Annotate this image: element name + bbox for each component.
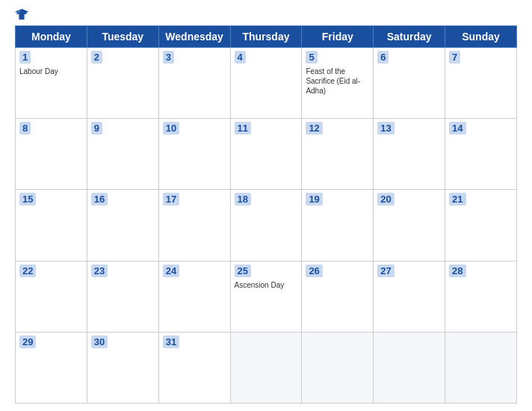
logo-blue-text <box>15 7 30 21</box>
weekday-header-saturday: Saturday <box>374 26 445 48</box>
table-row: 22 <box>16 261 87 332</box>
table-row: 8 <box>16 119 87 190</box>
calendar-week-4: 22232425Ascension Day262728 <box>16 261 517 332</box>
weekday-header-tuesday: Tuesday <box>87 26 158 48</box>
day-number: 26 <box>306 265 322 277</box>
table-row: 27 <box>374 261 445 332</box>
day-number: 25 <box>235 265 251 277</box>
table-row: 25Ascension Day <box>230 261 302 332</box>
table-row: 21 <box>445 190 517 261</box>
table-row: 20 <box>374 190 445 261</box>
table-row <box>445 332 517 403</box>
day-number: 3 <box>163 51 174 64</box>
table-row: 3 <box>158 48 230 119</box>
table-row <box>230 332 302 403</box>
logo <box>15 7 30 21</box>
weekday-header-sunday: Sunday <box>445 26 517 48</box>
day-number: 8 <box>19 122 31 135</box>
table-row: 19 <box>302 190 374 261</box>
table-row: 11 <box>230 119 302 190</box>
calendar-table: MondayTuesdayWednesdayThursdayFridaySatu… <box>15 25 517 404</box>
weekday-header-thursday: Thursday <box>230 26 302 48</box>
day-number: 16 <box>91 193 108 206</box>
table-row: 18 <box>230 190 302 261</box>
page-header <box>15 7 517 21</box>
day-number: 23 <box>91 265 108 277</box>
day-number: 27 <box>377 265 394 277</box>
day-number: 7 <box>449 51 460 64</box>
day-number: 14 <box>449 122 466 135</box>
day-number: 10 <box>163 122 179 135</box>
day-number: 31 <box>163 336 179 348</box>
day-number: 20 <box>377 193 394 206</box>
table-row <box>302 332 374 403</box>
day-number: 17 <box>163 193 179 206</box>
table-row: 31 <box>158 332 230 403</box>
day-number: 18 <box>235 193 251 206</box>
day-number: 6 <box>377 51 389 64</box>
day-number: 30 <box>91 336 108 348</box>
holiday-text: Feast of the Sacrifice (Eid al-Adha) <box>306 67 369 96</box>
table-row: 1Labour Day <box>16 48 87 119</box>
weekday-header-wednesday: Wednesday <box>158 26 230 48</box>
table-row: 7 <box>445 48 517 119</box>
table-row: 28 <box>445 261 517 332</box>
day-number: 29 <box>19 336 36 348</box>
weekday-header-friday: Friday <box>302 26 374 48</box>
day-number: 13 <box>377 122 394 135</box>
day-number: 15 <box>19 193 36 206</box>
day-number: 9 <box>91 122 102 135</box>
table-row: 12 <box>302 119 374 190</box>
day-number: 12 <box>306 122 322 135</box>
day-number: 19 <box>306 193 322 206</box>
table-row: 17 <box>158 190 230 261</box>
calendar-week-2: 891011121314 <box>16 119 517 190</box>
table-row: 5Feast of the Sacrifice (Eid al-Adha) <box>302 48 374 119</box>
day-number: 24 <box>163 265 179 277</box>
table-row: 10 <box>158 119 230 190</box>
table-row: 29 <box>16 332 87 403</box>
calendar-week-3: 15161718192021 <box>16 190 517 261</box>
table-row: 4 <box>230 48 302 119</box>
table-row <box>374 332 445 403</box>
table-row: 16 <box>87 190 158 261</box>
weekday-header-monday: Monday <box>16 26 87 48</box>
holiday-text: Labour Day <box>19 67 83 76</box>
day-number: 22 <box>19 265 36 277</box>
day-number: 2 <box>91 51 102 64</box>
table-row: 13 <box>374 119 445 190</box>
day-number: 21 <box>449 193 466 206</box>
calendar-week-1: 1Labour Day2345Feast of the Sacrifice (E… <box>16 48 517 119</box>
table-row: 9 <box>87 119 158 190</box>
table-row: 26 <box>302 261 374 332</box>
table-row: 30 <box>87 332 158 403</box>
calendar-week-5: 293031 <box>16 332 517 403</box>
holiday-text: Ascension Day <box>235 280 298 290</box>
table-row: 6 <box>374 48 445 119</box>
day-number: 4 <box>235 51 246 64</box>
table-row: 15 <box>16 190 87 261</box>
day-number: 5 <box>306 51 317 64</box>
table-row: 14 <box>445 119 517 190</box>
table-row: 24 <box>158 261 230 332</box>
weekday-header-row: MondayTuesdayWednesdayThursdayFridaySatu… <box>16 26 517 48</box>
day-number: 11 <box>235 122 251 135</box>
day-number: 1 <box>19 51 31 64</box>
day-number: 28 <box>449 265 466 277</box>
logo-bird-icon <box>15 7 28 21</box>
table-row: 23 <box>87 261 158 332</box>
table-row: 2 <box>87 48 158 119</box>
